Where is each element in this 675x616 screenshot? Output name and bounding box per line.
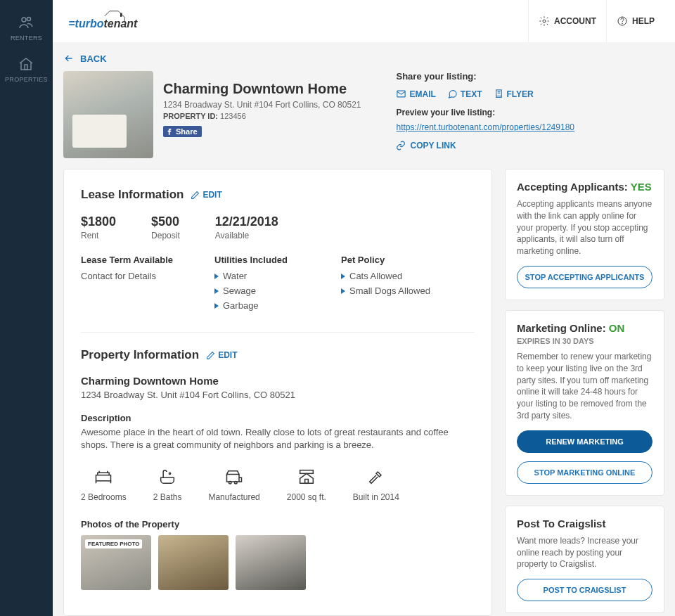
manufactured-icon [222, 467, 246, 487]
craigslist-title: Post To Craigslist [517, 518, 652, 530]
deposit-label: Deposit [151, 231, 180, 240]
preview-url[interactable]: https://rent.turbotenant.com/properties/… [396, 122, 574, 134]
utility-item: Garbage [214, 300, 313, 311]
svg-point-7 [622, 23, 623, 24]
photo-thumb[interactable]: FEATURED PHOTO [81, 535, 151, 590]
bed-icon [91, 467, 115, 487]
accepting-text: Accepting applicants means anyone with t… [517, 198, 652, 257]
property-thumbnail [63, 71, 153, 158]
email-icon [396, 89, 406, 99]
feat-beds: 2 Bedrooms [81, 467, 127, 502]
accepting-card: Accepting Applicants: YES Accepting appl… [505, 169, 664, 300]
sidebar-renters-label: RENTERS [11, 34, 42, 41]
facebook-icon [165, 127, 174, 136]
property-info-title: Property Information [81, 348, 199, 362]
pinfo-name: Charming Downtown Home [81, 375, 475, 387]
accepting-title: Accepting Applicants: YES [517, 181, 652, 193]
lease-edit[interactable]: EDIT [191, 190, 221, 200]
marketing-text: Remember to renew your marketing to keep… [517, 351, 652, 422]
lease-term-heading: Lease Term Available [81, 255, 186, 265]
help-label: HELP [632, 16, 655, 26]
marketing-card: Marketing Online: ON EXPIRES IN 30 DAYS … [505, 310, 664, 496]
help-link[interactable]: HELP [606, 0, 664, 42]
facebook-share-button[interactable]: Share [163, 126, 202, 137]
lease-info-title: Lease Information [81, 188, 184, 202]
copy-link[interactable]: COPY LINK [396, 141, 574, 150]
svg-point-15 [229, 482, 232, 485]
craigslist-text: Want more leads? Increase your online re… [517, 535, 652, 570]
property-title: Charming Downtown Home [163, 81, 361, 97]
share-email[interactable]: EMAIL [396, 89, 435, 99]
logo: =turbotenant [63, 10, 155, 32]
svg-point-0 [22, 18, 26, 22]
help-icon [617, 15, 628, 27]
svg-rect-18 [304, 480, 308, 484]
header: =turbotenant ACCOUNT HELP [53, 0, 675, 42]
rent-value: $1800 [81, 214, 116, 229]
svg-point-5 [543, 20, 546, 23]
pet-item: Cats Allowed [341, 271, 430, 281]
utility-item: Water [214, 271, 313, 281]
share-heading: Share your listing: [396, 71, 574, 82]
property-id: PROPERTY ID: 123456 [163, 112, 361, 120]
account-link[interactable]: ACCOUNT [528, 0, 606, 42]
arrow-left-icon [63, 53, 75, 64]
available-value: 12/21/2018 [215, 214, 278, 229]
share-flyer[interactable]: FLYER [494, 89, 534, 99]
flyer-icon [494, 89, 504, 99]
sqft-icon [295, 467, 319, 487]
svg-text:=turbotenant: =turbotenant [68, 18, 138, 30]
utility-item: Sewage [214, 285, 313, 296]
svg-point-1 [27, 18, 31, 21]
marketing-expires: EXPIRES IN 30 DAYS [517, 337, 652, 345]
renters-icon [18, 14, 34, 31]
svg-rect-12 [96, 475, 111, 481]
pet-item: Small Dogs Allowed [341, 285, 430, 296]
properties-icon [18, 56, 34, 72]
share-text[interactable]: TEXT [447, 89, 482, 99]
svg-point-13 [169, 473, 170, 475]
feat-baths: 2 Baths [153, 467, 182, 502]
share-panel: Share your listing: EMAIL TEXT FLYER [396, 71, 574, 158]
feat-sqft: 2000 sq ft. [287, 467, 326, 502]
gear-icon [539, 15, 550, 27]
available-label: Available [215, 231, 278, 240]
property-address: 1234 Broadway St. Unit #104 Fort Collins… [163, 100, 361, 110]
desc-heading: Description [81, 413, 475, 423]
marketing-title: Marketing Online: ON [517, 322, 652, 334]
pencil-icon [206, 351, 215, 360]
photo-thumb[interactable] [158, 535, 229, 590]
preview-label: Preview your live listing: [396, 108, 574, 117]
svg-point-16 [235, 482, 238, 485]
account-label: ACCOUNT [554, 16, 596, 26]
sidebar-properties[interactable]: PROPERTIES [5, 56, 48, 83]
desc-text: Awesome place in the heart of old town. … [81, 426, 475, 451]
photo-thumb[interactable] [236, 535, 306, 590]
feat-built: Built in 2014 [353, 467, 399, 502]
svg-rect-14 [227, 475, 240, 482]
utilities-heading: Utilities Included [214, 255, 313, 265]
back-label: BACK [80, 53, 107, 64]
svg-rect-3 [120, 13, 122, 16]
property-header: Charming Downtown Home 1234 Broadway St.… [63, 71, 361, 158]
stop-marketing-button[interactable]: STOP MARKETING ONLINE [517, 461, 652, 484]
rent-label: Rent [81, 231, 116, 240]
sidebar-renters[interactable]: RENTERS [11, 14, 42, 41]
svg-rect-2 [25, 65, 27, 70]
featured-tag: FEATURED PHOTO [85, 539, 142, 548]
property-edit[interactable]: EDIT [206, 350, 237, 360]
feat-type: Manufactured [208, 467, 259, 502]
hammer-icon [364, 467, 388, 487]
photos-heading: Photos of the Property [81, 519, 475, 530]
sidebar-properties-label: PROPERTIES [5, 76, 48, 83]
back-button[interactable]: BACK [63, 53, 664, 64]
details-panel: Lease Information EDIT $1800Rent $500Dep… [63, 169, 492, 616]
bath-icon [155, 467, 179, 487]
text-icon [447, 89, 458, 99]
link-icon [396, 141, 406, 150]
sidebar: RENTERS PROPERTIES [0, 0, 53, 616]
stop-accepting-button[interactable]: STOP ACCEPTING APPLICANTS [517, 266, 652, 288]
post-craigslist-button[interactable]: POST TO CRAIGSLIST [517, 579, 652, 601]
lease-term-value: Contact for Details [81, 271, 186, 281]
renew-marketing-button[interactable]: RENEW MARKETING [517, 430, 652, 453]
